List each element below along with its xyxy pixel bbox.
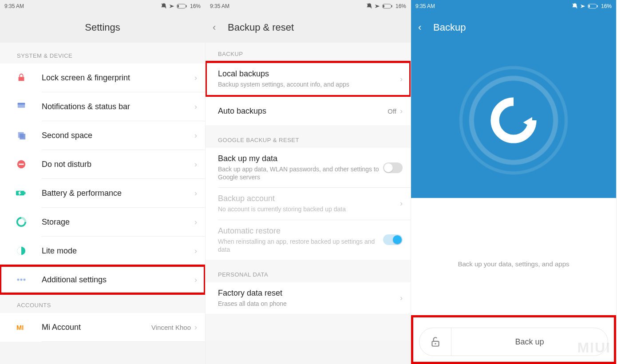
status-bar: 9:35 AM 16% — [206, 0, 411, 12]
status-right: 16% — [366, 3, 406, 9]
header: ‹ Backup & reset — [206, 12, 411, 43]
status-time: 9:35 AM — [415, 3, 435, 9]
unlock-icon — [430, 336, 441, 348]
battery-icon — [588, 4, 598, 9]
backup-reset-screen: 9:35 AM 16% ‹ Backup & reset BACKUP Loca… — [206, 0, 411, 364]
chevron-icon: › — [194, 73, 197, 83]
svg-point-14 — [17, 279, 20, 281]
chevron-icon: › — [194, 246, 197, 256]
svg-rect-3 — [19, 77, 24, 81]
mi-icon: MI — [14, 320, 28, 334]
label: Lite mode — [42, 246, 194, 256]
status-right: 16% — [572, 3, 612, 9]
section-backup: BACKUP — [206, 43, 411, 62]
item-backup-my-data[interactable]: Back up my data Back up app data, WLAN p… — [206, 148, 411, 187]
chevron-icon: › — [194, 189, 197, 198]
chevron-icon: › — [194, 102, 197, 111]
chevron-icon: › — [194, 131, 197, 140]
status-icons — [366, 3, 393, 9]
section-personal: PERSONAL DATA — [206, 263, 411, 282]
svg-text:MI: MI — [16, 324, 24, 331]
battery-perf-icon — [14, 186, 28, 200]
sublabel: Backup system settings, account info, an… — [218, 80, 400, 88]
status-battery: 16% — [190, 3, 201, 9]
status-right: 16% — [161, 3, 201, 9]
backup-caption: Back up your data, settings, and apps — [411, 198, 616, 277]
label: Auto backups — [218, 107, 388, 116]
dnd-icon — [14, 157, 28, 171]
item-factory-reset[interactable]: Factory data reset Erases all data on ph… — [206, 282, 411, 314]
page-title: Settings — [85, 22, 120, 33]
chevron-icon: › — [400, 75, 403, 84]
sublabel: No account is currently storing backed u… — [218, 205, 400, 213]
page-title: Backup & reset — [228, 22, 294, 33]
status-icons — [161, 3, 187, 9]
battery-icon — [177, 4, 187, 9]
item-notifications[interactable]: Notifications & status bar › — [0, 92, 205, 121]
item-mi-account[interactable]: MI Mi Account Vincent Khoo › — [0, 313, 205, 341]
battery-icon — [382, 4, 393, 9]
item-storage[interactable]: Storage › — [0, 208, 205, 236]
airplane-icon — [169, 3, 175, 9]
second-space-icon — [14, 128, 28, 142]
item-dnd[interactable]: Do not disturb › — [0, 150, 205, 178]
svg-rect-22 — [597, 5, 598, 8]
sublabel: When reinstalling an app, restore backed… — [218, 237, 383, 253]
item-additional-settings[interactable]: Additional settings › — [0, 265, 205, 294]
backup-hero — [411, 43, 616, 198]
lite-mode-icon — [14, 244, 28, 258]
back-button[interactable]: ‹ — [213, 22, 216, 33]
page-title: Backup — [433, 22, 466, 33]
label: Mi Account — [42, 323, 151, 332]
chevron-icon: › — [194, 218, 197, 227]
settings-screen: 9:35 AM 16% Settings SYSTEM & DEVICE Loc… — [0, 0, 206, 364]
label: Lock screen & fingerprint — [42, 73, 194, 83]
airplane-icon — [374, 3, 380, 9]
chevron-icon: › — [194, 275, 197, 285]
label: Battery & performance — [42, 189, 194, 198]
toggle-backup-data[interactable] — [383, 162, 403, 173]
status-battery: 16% — [396, 3, 406, 9]
section-accounts: ACCOUNTS — [0, 294, 205, 313]
status-battery: 16% — [601, 3, 612, 9]
lock-icon — [14, 71, 28, 85]
item-second-space[interactable]: Second space › — [0, 121, 205, 150]
sublabel: Back up app data, WLAN passwords, and ot… — [218, 165, 383, 181]
item-lite-mode[interactable]: Lite mode › — [0, 237, 205, 265]
auto-backup-value: Off — [388, 107, 396, 115]
chevron-icon: › — [194, 323, 197, 332]
mute-icon — [572, 3, 578, 9]
backup-button-bar: Back up — [419, 328, 608, 356]
item-local-backups[interactable]: Local backups Backup system settings, ac… — [206, 62, 411, 96]
svg-rect-7 — [20, 134, 25, 139]
svg-rect-20 — [383, 5, 384, 8]
header: Settings — [0, 12, 205, 43]
svg-rect-11 — [24, 192, 26, 194]
svg-rect-2 — [178, 5, 179, 8]
label: Storage — [42, 218, 194, 227]
svg-rect-9 — [19, 164, 24, 165]
mute-icon — [161, 3, 167, 9]
svg-point-15 — [20, 279, 23, 281]
chevron-icon: › — [400, 293, 403, 303]
svg-rect-1 — [186, 5, 187, 8]
item-auto-backups[interactable]: Auto backups Off › — [206, 97, 411, 125]
item-lock-screen[interactable]: Lock screen & fingerprint › — [0, 63, 205, 92]
backup-screen: 9:35 AM 16% ‹ Backup Back up your data, … — [411, 0, 617, 364]
label: Backup account — [218, 194, 400, 203]
label: Second space — [42, 131, 194, 140]
backup-button[interactable]: Back up — [451, 337, 608, 347]
label: Additional settings — [42, 275, 194, 285]
account-value: Vincent Khoo — [151, 324, 191, 331]
label: Local backups — [218, 69, 400, 79]
more-icon — [14, 273, 28, 287]
status-bar: 9:35 AM 16% — [0, 0, 205, 12]
item-battery[interactable]: Battery & performance › — [0, 179, 205, 207]
lock-toggle-button[interactable] — [419, 328, 451, 356]
toggle-auto-restore — [383, 234, 403, 245]
header: ‹ Backup — [411, 12, 616, 43]
storage-icon — [14, 215, 28, 229]
back-button[interactable]: ‹ — [418, 22, 421, 33]
chevron-icon: › — [400, 199, 403, 208]
svg-rect-23 — [589, 5, 590, 8]
